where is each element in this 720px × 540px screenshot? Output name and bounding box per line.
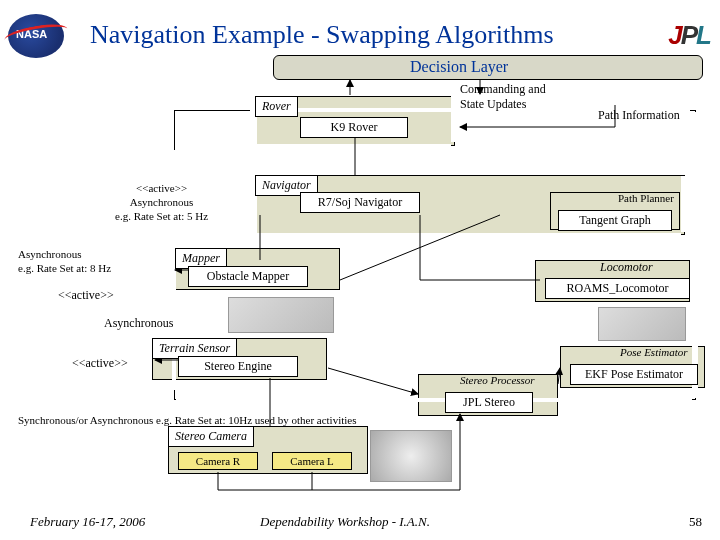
nav-r7: R7/Soj Navigator xyxy=(300,192,420,213)
page-title: Navigation Example - Swapping Algorithms xyxy=(90,20,554,50)
decision-layer-label: Decision Layer xyxy=(410,58,508,76)
path-planner-label: Path Planner xyxy=(618,192,674,204)
jpl-stereo: JPL Stereo xyxy=(445,392,533,413)
roams-loc: ROAMS_Locomotor xyxy=(545,278,690,299)
footer-mid: Dependability Workshop - I.A.N. xyxy=(260,514,430,530)
camera-l: Camera L xyxy=(272,452,352,470)
camera-r: Camera R xyxy=(178,452,258,470)
stereo-engine: Stereo Engine xyxy=(178,356,298,377)
footer-date: February 16-17, 2006 xyxy=(30,514,145,530)
cam-image xyxy=(370,430,452,482)
loc-label: Locomotor xyxy=(600,260,653,275)
footer-page: 58 xyxy=(689,514,702,530)
jpl-logo: JPL xyxy=(668,20,710,51)
map-active: <<active>> xyxy=(58,288,114,303)
nav-note: <<active>>Asynchronouse.g. Rate Set at: … xyxy=(115,182,208,223)
rover-label: Rover xyxy=(255,96,298,117)
path-info-label: Path Information xyxy=(598,108,680,123)
ekf-pose: EKF Pose Estimator xyxy=(570,364,698,385)
map-image xyxy=(228,297,334,333)
obstacle-mapper: Obstacle Mapper xyxy=(188,266,308,287)
tangent-graph: Tangent Graph xyxy=(558,210,672,231)
cmd-label: Commanding and State Updates xyxy=(460,82,546,112)
sp-label: Stereo Processor xyxy=(460,374,535,386)
nasa-logo: NASA xyxy=(8,14,64,58)
pose-label: Pose Estimator xyxy=(620,346,688,358)
terrain-active: <<active>> xyxy=(72,356,128,371)
cam-label: Stereo Camera xyxy=(168,426,254,447)
map-note: Asynchronouse.g. Rate Set at: 8 Hz xyxy=(18,248,111,276)
loc-image xyxy=(598,307,686,341)
terrain-async: Asynchronous xyxy=(104,316,173,331)
cam-note: Synchronous/or Asynchronous e.g. Rate Se… xyxy=(18,414,357,428)
rover-k9: K9 Rover xyxy=(300,117,408,138)
